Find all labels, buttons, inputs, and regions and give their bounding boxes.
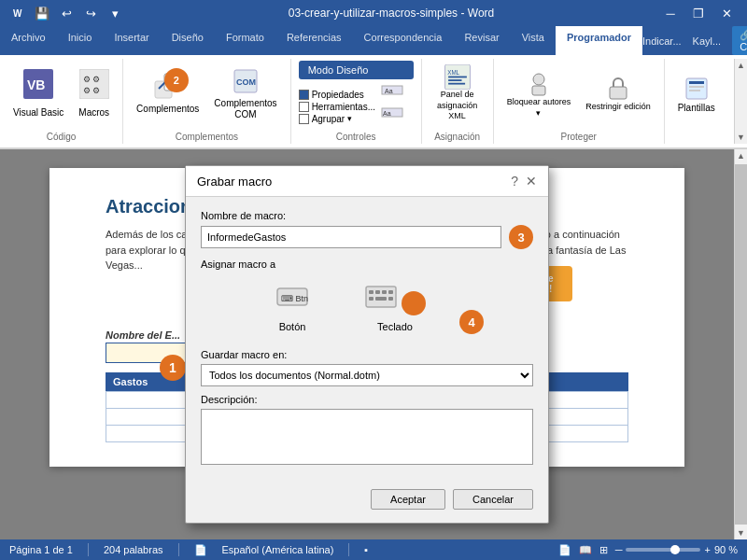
svg-text:COM: COM [236, 77, 256, 87]
macro-name-input[interactable] [201, 226, 501, 248]
restringir-edicion-btn[interactable]: Restringir edición [580, 61, 656, 126]
bloquear-dropdown[interactable]: ▾ [536, 108, 541, 118]
macros-btn[interactable]: ⚙ ⚙ ⚙ ⚙ Macros [73, 61, 115, 126]
dialog-assign-area: ⌨ Btn Botón [201, 277, 533, 338]
svg-text:W: W [13, 8, 22, 19]
indicator-btn[interactable]: Indicar... [642, 35, 682, 47]
teclado-label: Teclado [377, 321, 413, 332]
svg-rect-24 [532, 86, 545, 95]
vertical-scrollbar[interactable]: ▲ ▼ [734, 149, 747, 539]
language[interactable]: Español (América latina) [222, 544, 334, 555]
ctrl-checkbox2[interactable] [299, 102, 309, 112]
scroll-thumb[interactable] [735, 164, 747, 525]
asignacion-xml-btn[interactable]: XML Panel de asignación XML [430, 61, 486, 126]
svg-rect-33 [369, 290, 374, 294]
zoom-thumb [670, 545, 680, 554]
svg-text:⚙: ⚙ [92, 75, 100, 84]
tab-revisar[interactable]: Revisar [453, 26, 510, 55]
close-btn[interactable]: ✕ [713, 0, 740, 26]
word-count: 204 palabras [104, 544, 163, 555]
view-normal-btn[interactable]: 📄 [558, 544, 571, 556]
user-btn[interactable]: Kayl... [693, 35, 722, 47]
scroll-down-btn[interactable]: ▼ [737, 526, 745, 539]
svg-text:⌨ Btn: ⌨ Btn [281, 294, 308, 303]
bloquear-autores-btn[interactable]: Bloquear autores ▾ [501, 61, 577, 126]
complementos-com-label: ComplementosCOM [214, 98, 276, 120]
ribbon-scroll[interactable]: ▲ ▼ [734, 59, 747, 144]
zoom-level: 90 % [714, 544, 738, 555]
dialog-close-btn[interactable]: ✕ [526, 174, 537, 189]
tab-insertar[interactable]: Insertar [103, 26, 160, 55]
zoom-in-btn[interactable]: + [704, 544, 710, 555]
tab-diseno[interactable]: Diseño [161, 26, 215, 55]
agrupar-btn[interactable]: Agrupar [312, 114, 345, 124]
plantillas-icon [683, 75, 711, 103]
minimize-btn[interactable]: ─ [657, 0, 684, 26]
ctrl-icon1: Aa [381, 85, 403, 105]
ribbon-group-asignacion: XML Panel de asignación XML Asignación [422, 59, 494, 144]
zoom-track[interactable] [626, 548, 700, 552]
tab-correspondencia[interactable]: Correspondencia [353, 26, 454, 55]
title-bar: W 💾 ↩ ↪ ▾ 03-crear-y-utilizar-macros-sim… [0, 0, 747, 26]
ribbon-group-codigo: VB Visual Basic ⚙ ⚙ ⚙ ⚙ [0, 59, 123, 144]
vb-icon: VB [23, 69, 53, 105]
ctrl-checkbox3[interactable] [299, 114, 309, 124]
spell-icon: 📄 [194, 544, 207, 556]
aceptar-btn[interactable]: Aceptar [371, 489, 445, 510]
svg-text:⚙: ⚙ [83, 75, 91, 84]
asignacion-label: Panel de asignación XML [435, 90, 480, 122]
tab-inicio[interactable]: Inicio [57, 26, 104, 55]
document-area-row: Atracciones Además de los casinos, Las V… [0, 149, 747, 539]
ribbon-group-complementos: 2 Complementos COM ComplementosCOM [123, 59, 291, 144]
scroll-up-btn[interactable]: ▲ [737, 149, 745, 162]
boton-assign-btn[interactable]: ⌨ Btn Botón [250, 277, 334, 338]
status-sep3 [348, 543, 349, 556]
guardar-select[interactable]: Todos los documentos (Normal.dotm) [201, 364, 533, 386]
agrupar-dropdown[interactable]: ▾ [347, 114, 352, 123]
tab-archivo[interactable]: Archivo [0, 26, 57, 55]
complementos-btn[interactable]: 2 Complementos [131, 61, 204, 126]
view-layout-btn[interactable]: ⊞ [599, 544, 608, 556]
plantillas-btn[interactable]: Plantillas [672, 61, 721, 126]
zoom-controls: ─ + 90 % [615, 544, 738, 555]
qa-dropdown-btn[interactable]: ▾ [105, 3, 125, 23]
asignacion-group-label: Asignación [434, 128, 480, 142]
modo-diseno-btn[interactable]: Modo Diseño [299, 61, 414, 79]
share-btn[interactable]: 🔗 Compartir [732, 26, 747, 55]
ctrl-row2: Herramientas... [299, 102, 375, 112]
grabar-macro-dialog: Grabar macro ? ✕ Nombre de macro: 3 Asig… [185, 165, 549, 524]
tab-programador[interactable]: Programador [556, 26, 642, 55]
asignar-label: Asignar macro a [201, 259, 533, 270]
propiedades-btn[interactable]: Propiedades [312, 90, 364, 100]
quick-access: W 💾 ↩ ↪ ▾ [7, 3, 125, 23]
ctrl-item2: Herramientas... [312, 102, 375, 112]
cancelar-btn[interactable]: Cancelar [453, 489, 533, 510]
restringir-icon [604, 74, 632, 102]
restore-btn[interactable]: ❐ [685, 0, 712, 26]
zoom-out-btn[interactable]: ─ [615, 544, 623, 555]
tab-formato[interactable]: Formato [215, 26, 275, 55]
undo-quick-btn[interactable]: ↩ [56, 3, 77, 23]
svg-text:XML: XML [447, 69, 459, 76]
bloquear-icon [525, 69, 553, 97]
save-quick-btn[interactable]: 💾 [32, 3, 52, 23]
ribbon-content: VB Visual Basic ⚙ ⚙ ⚙ ⚙ [0, 55, 747, 148]
desc-textarea[interactable] [201, 409, 533, 465]
track-icon: ▪ [364, 544, 368, 555]
view-read-btn[interactable]: 📖 [579, 544, 592, 556]
dialog-help-btn[interactable]: ? [511, 174, 518, 189]
svg-rect-28 [689, 86, 704, 88]
teclado-icon [364, 283, 426, 317]
tab-referencias[interactable]: Referencias [275, 26, 353, 55]
redo-quick-btn[interactable]: ↪ [80, 3, 101, 23]
svg-text:Aa: Aa [383, 110, 391, 117]
status-sep2 [178, 543, 179, 556]
svg-text:⚙: ⚙ [83, 86, 91, 95]
visual-basic-btn[interactable]: VB Visual Basic [7, 61, 69, 126]
svg-rect-22 [448, 83, 465, 85]
macro-name-label: Nombre de macro: [201, 210, 533, 221]
complementos-com-btn[interactable]: COM ComplementosCOM [208, 61, 282, 126]
teclado-assign-btn[interactable]: Teclado [353, 277, 437, 338]
ctrl-checkbox1[interactable] [299, 90, 309, 100]
tab-vista[interactable]: Vista [511, 26, 556, 55]
